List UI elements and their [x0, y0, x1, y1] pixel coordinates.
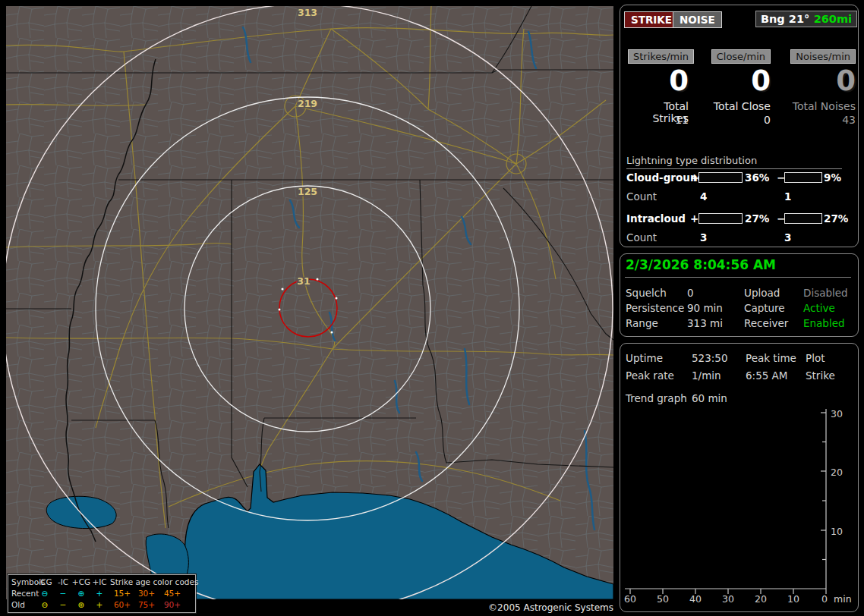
map-canvas: 313 219 125 31	[6, 6, 613, 599]
ring-label-31: 31	[297, 275, 310, 287]
legend-col-pos-ic: +IC	[89, 577, 110, 586]
distribution-title: Lightning type distribution	[626, 155, 842, 169]
ic-negative-count: 3	[784, 231, 791, 244]
bearing-value: Bng 21°	[761, 13, 809, 25]
ytick-10: 10	[831, 526, 843, 537]
squelch-label: Squelch	[626, 287, 667, 299]
close-per-min-value: 0	[689, 67, 771, 95]
noises-per-min-chip: Noises/min	[790, 49, 856, 64]
capture-label: Capture	[744, 302, 785, 314]
xtick-60: 60	[624, 593, 636, 605]
noise-mode-button[interactable]: NOISE	[673, 11, 722, 28]
upload-label: Upload	[744, 287, 780, 299]
age-15: 15+	[112, 589, 133, 598]
bearing-range-display: Bng 21° 260mi	[755, 11, 857, 27]
strikes-per-min-chip: Strikes/min	[628, 49, 694, 64]
ic-positive-count: 3	[700, 231, 707, 244]
cg-negative-pct: 9%	[824, 171, 841, 184]
age-45: 45+	[162, 589, 183, 598]
divider	[625, 277, 851, 278]
old-pos-ic-icon: +	[89, 600, 110, 609]
cg-positive-count: 4	[700, 190, 707, 203]
cg-negative-bar	[784, 172, 822, 183]
ytick-20: 20	[831, 467, 843, 478]
age-90: 90+	[162, 600, 183, 609]
receiver-status: Enabled	[803, 317, 845, 329]
range-value: 313 mi	[687, 317, 723, 329]
ring-label-313: 313	[298, 7, 317, 18]
cg-count-label: Count	[626, 190, 657, 203]
xtick-30: 30	[722, 593, 734, 605]
status-panel: 2/3/2026 8:04:56 AM Squelch 0 Upload Dis…	[620, 253, 859, 337]
age-75: 75+	[136, 600, 157, 609]
strikes-per-min-value: 0	[628, 67, 689, 95]
datetime-display: 2/3/2026 8:04:56 AM	[626, 257, 776, 272]
legend-old-label: Old	[11, 600, 25, 609]
symbols-legend: Symbols -CG -IC +CG +IC Strike age color…	[8, 574, 196, 613]
strike-mode-button[interactable]: STRIKE	[624, 11, 679, 28]
noises-per-min-value: 0	[771, 67, 856, 95]
ic-positive-bar	[698, 213, 743, 224]
squelch-value: 0	[687, 287, 694, 299]
lightning-map[interactable]: 313 219 125 31	[6, 6, 613, 599]
xtick-40: 40	[689, 593, 702, 605]
cg-positive-pct: 36%	[745, 171, 769, 184]
persistence-value: 90 min	[687, 302, 723, 314]
ic-positive-pct: 27%	[745, 212, 769, 225]
upload-status: Disabled	[803, 287, 848, 299]
legend-age-header: Strike age color codes	[110, 577, 198, 586]
recent-pos-ic-icon: +	[89, 589, 110, 598]
ic-count-label: Count	[626, 231, 657, 244]
receiver-label: Receiver	[744, 317, 788, 329]
ic-negative-pct: 27%	[824, 212, 848, 225]
trend-graph: 30 20 10 60 50 40 30 20 10 0 min	[620, 344, 859, 611]
total-strikes-value: 11	[628, 114, 689, 126]
ring-label-125: 125	[298, 186, 317, 197]
xtick-10: 10	[787, 593, 799, 605]
counters-panel: STRIKE NOISE Bng 21° 260mi Strikes/min C…	[620, 5, 859, 247]
cg-negative-count: 1	[784, 190, 791, 203]
age-30: 30+	[136, 589, 157, 598]
ic-negative-bar	[784, 213, 822, 224]
persistence-label: Persistence	[626, 302, 684, 314]
plus-sign: +	[690, 171, 698, 184]
close-per-min-chip: Close/min	[711, 49, 771, 64]
intracloud-label: Intracloud	[626, 212, 686, 225]
plus-sign: +	[690, 212, 698, 225]
xtick-20: 20	[755, 593, 767, 605]
total-close-value: 0	[689, 114, 771, 126]
ring-label-219: 219	[298, 98, 317, 109]
total-noises-value: 43	[771, 114, 856, 126]
age-60: 60+	[112, 600, 133, 609]
bearing-range-value: 260mi	[814, 13, 852, 25]
xtick-0: 0	[821, 593, 828, 605]
trend-panel: Uptime 523:50 Peak time Plot Peak rate 1…	[620, 343, 859, 612]
ytick-30: 30	[831, 408, 843, 420]
range-label: Range	[626, 317, 658, 329]
xtick-50: 50	[657, 593, 669, 605]
x-axis-unit: min	[834, 593, 852, 605]
capture-status: Active	[803, 302, 835, 314]
cg-positive-bar	[698, 172, 743, 183]
